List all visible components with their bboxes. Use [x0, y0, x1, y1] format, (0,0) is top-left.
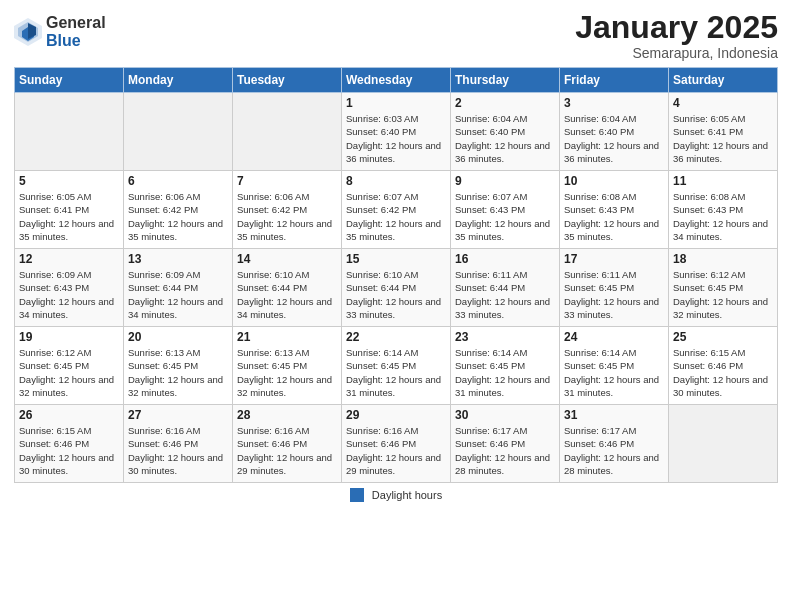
- day-cell: 1Sunrise: 6:03 AM Sunset: 6:40 PM Daylig…: [342, 93, 451, 171]
- header-day-thursday: Thursday: [451, 68, 560, 93]
- header-day-tuesday: Tuesday: [233, 68, 342, 93]
- day-cell: 13Sunrise: 6:09 AM Sunset: 6:44 PM Dayli…: [124, 249, 233, 327]
- day-number: 29: [346, 408, 446, 422]
- day-number: 19: [19, 330, 119, 344]
- logo-general-text: General: [46, 14, 106, 32]
- day-cell: [669, 405, 778, 483]
- day-number: 7: [237, 174, 337, 188]
- header-day-monday: Monday: [124, 68, 233, 93]
- day-info: Sunrise: 6:16 AM Sunset: 6:46 PM Dayligh…: [346, 424, 446, 477]
- day-number: 15: [346, 252, 446, 266]
- day-info: Sunrise: 6:05 AM Sunset: 6:41 PM Dayligh…: [673, 112, 773, 165]
- day-info: Sunrise: 6:04 AM Sunset: 6:40 PM Dayligh…: [455, 112, 555, 165]
- day-number: 3: [564, 96, 664, 110]
- day-cell: [233, 93, 342, 171]
- day-info: Sunrise: 6:11 AM Sunset: 6:44 PM Dayligh…: [455, 268, 555, 321]
- day-cell: 29Sunrise: 6:16 AM Sunset: 6:46 PM Dayli…: [342, 405, 451, 483]
- calendar-table: SundayMondayTuesdayWednesdayThursdayFrid…: [14, 67, 778, 483]
- header-row: SundayMondayTuesdayWednesdayThursdayFrid…: [15, 68, 778, 93]
- day-info: Sunrise: 6:12 AM Sunset: 6:45 PM Dayligh…: [673, 268, 773, 321]
- logo: General Blue: [14, 14, 106, 49]
- day-number: 6: [128, 174, 228, 188]
- day-info: Sunrise: 6:17 AM Sunset: 6:46 PM Dayligh…: [564, 424, 664, 477]
- day-info: Sunrise: 6:08 AM Sunset: 6:43 PM Dayligh…: [564, 190, 664, 243]
- logo-blue-text: Blue: [46, 32, 106, 50]
- day-number: 17: [564, 252, 664, 266]
- day-info: Sunrise: 6:09 AM Sunset: 6:44 PM Dayligh…: [128, 268, 228, 321]
- header-day-friday: Friday: [560, 68, 669, 93]
- day-cell: [124, 93, 233, 171]
- day-info: Sunrise: 6:07 AM Sunset: 6:43 PM Dayligh…: [455, 190, 555, 243]
- day-cell: 22Sunrise: 6:14 AM Sunset: 6:45 PM Dayli…: [342, 327, 451, 405]
- day-info: Sunrise: 6:14 AM Sunset: 6:45 PM Dayligh…: [455, 346, 555, 399]
- legend-box: [350, 488, 364, 502]
- header-day-sunday: Sunday: [15, 68, 124, 93]
- day-info: Sunrise: 6:10 AM Sunset: 6:44 PM Dayligh…: [346, 268, 446, 321]
- day-info: Sunrise: 6:06 AM Sunset: 6:42 PM Dayligh…: [128, 190, 228, 243]
- day-number: 1: [346, 96, 446, 110]
- day-cell: 9Sunrise: 6:07 AM Sunset: 6:43 PM Daylig…: [451, 171, 560, 249]
- week-row-1: 5Sunrise: 6:05 AM Sunset: 6:41 PM Daylig…: [15, 171, 778, 249]
- day-number: 9: [455, 174, 555, 188]
- day-info: Sunrise: 6:11 AM Sunset: 6:45 PM Dayligh…: [564, 268, 664, 321]
- day-number: 4: [673, 96, 773, 110]
- day-info: Sunrise: 6:08 AM Sunset: 6:43 PM Dayligh…: [673, 190, 773, 243]
- day-info: Sunrise: 6:03 AM Sunset: 6:40 PM Dayligh…: [346, 112, 446, 165]
- day-cell: 16Sunrise: 6:11 AM Sunset: 6:44 PM Dayli…: [451, 249, 560, 327]
- week-row-0: 1Sunrise: 6:03 AM Sunset: 6:40 PM Daylig…: [15, 93, 778, 171]
- day-cell: 8Sunrise: 6:07 AM Sunset: 6:42 PM Daylig…: [342, 171, 451, 249]
- day-number: 22: [346, 330, 446, 344]
- day-info: Sunrise: 6:09 AM Sunset: 6:43 PM Dayligh…: [19, 268, 119, 321]
- top-area: General Blue January 2025 Semarapura, In…: [14, 10, 778, 61]
- day-info: Sunrise: 6:13 AM Sunset: 6:45 PM Dayligh…: [237, 346, 337, 399]
- day-cell: 3Sunrise: 6:04 AM Sunset: 6:40 PM Daylig…: [560, 93, 669, 171]
- day-number: 25: [673, 330, 773, 344]
- day-cell: 19Sunrise: 6:12 AM Sunset: 6:45 PM Dayli…: [15, 327, 124, 405]
- header-day-saturday: Saturday: [669, 68, 778, 93]
- logo-text: General Blue: [46, 14, 106, 49]
- day-info: Sunrise: 6:15 AM Sunset: 6:46 PM Dayligh…: [673, 346, 773, 399]
- day-cell: 12Sunrise: 6:09 AM Sunset: 6:43 PM Dayli…: [15, 249, 124, 327]
- day-cell: 21Sunrise: 6:13 AM Sunset: 6:45 PM Dayli…: [233, 327, 342, 405]
- day-number: 27: [128, 408, 228, 422]
- day-info: Sunrise: 6:05 AM Sunset: 6:41 PM Dayligh…: [19, 190, 119, 243]
- day-cell: 26Sunrise: 6:15 AM Sunset: 6:46 PM Dayli…: [15, 405, 124, 483]
- day-info: Sunrise: 6:16 AM Sunset: 6:46 PM Dayligh…: [237, 424, 337, 477]
- day-number: 31: [564, 408, 664, 422]
- day-number: 21: [237, 330, 337, 344]
- legend-text: Daylight hours: [372, 489, 442, 501]
- day-cell: 28Sunrise: 6:16 AM Sunset: 6:46 PM Dayli…: [233, 405, 342, 483]
- month-title: January 2025: [575, 10, 778, 45]
- day-cell: [15, 93, 124, 171]
- day-info: Sunrise: 6:16 AM Sunset: 6:46 PM Dayligh…: [128, 424, 228, 477]
- day-cell: 6Sunrise: 6:06 AM Sunset: 6:42 PM Daylig…: [124, 171, 233, 249]
- day-cell: 10Sunrise: 6:08 AM Sunset: 6:43 PM Dayli…: [560, 171, 669, 249]
- day-number: 18: [673, 252, 773, 266]
- day-cell: 18Sunrise: 6:12 AM Sunset: 6:45 PM Dayli…: [669, 249, 778, 327]
- day-number: 12: [19, 252, 119, 266]
- day-cell: 20Sunrise: 6:13 AM Sunset: 6:45 PM Dayli…: [124, 327, 233, 405]
- day-number: 2: [455, 96, 555, 110]
- day-cell: 23Sunrise: 6:14 AM Sunset: 6:45 PM Dayli…: [451, 327, 560, 405]
- day-number: 14: [237, 252, 337, 266]
- location: Semarapura, Indonesia: [575, 45, 778, 61]
- day-number: 24: [564, 330, 664, 344]
- day-number: 13: [128, 252, 228, 266]
- day-cell: 17Sunrise: 6:11 AM Sunset: 6:45 PM Dayli…: [560, 249, 669, 327]
- week-row-2: 12Sunrise: 6:09 AM Sunset: 6:43 PM Dayli…: [15, 249, 778, 327]
- week-row-3: 19Sunrise: 6:12 AM Sunset: 6:45 PM Dayli…: [15, 327, 778, 405]
- day-cell: 5Sunrise: 6:05 AM Sunset: 6:41 PM Daylig…: [15, 171, 124, 249]
- day-number: 11: [673, 174, 773, 188]
- day-info: Sunrise: 6:12 AM Sunset: 6:45 PM Dayligh…: [19, 346, 119, 399]
- day-number: 8: [346, 174, 446, 188]
- day-number: 28: [237, 408, 337, 422]
- day-cell: 4Sunrise: 6:05 AM Sunset: 6:41 PM Daylig…: [669, 93, 778, 171]
- logo-icon: [14, 18, 42, 46]
- day-info: Sunrise: 6:14 AM Sunset: 6:45 PM Dayligh…: [564, 346, 664, 399]
- day-number: 26: [19, 408, 119, 422]
- day-info: Sunrise: 6:06 AM Sunset: 6:42 PM Dayligh…: [237, 190, 337, 243]
- day-number: 23: [455, 330, 555, 344]
- day-cell: 25Sunrise: 6:15 AM Sunset: 6:46 PM Dayli…: [669, 327, 778, 405]
- day-number: 10: [564, 174, 664, 188]
- week-row-4: 26Sunrise: 6:15 AM Sunset: 6:46 PM Dayli…: [15, 405, 778, 483]
